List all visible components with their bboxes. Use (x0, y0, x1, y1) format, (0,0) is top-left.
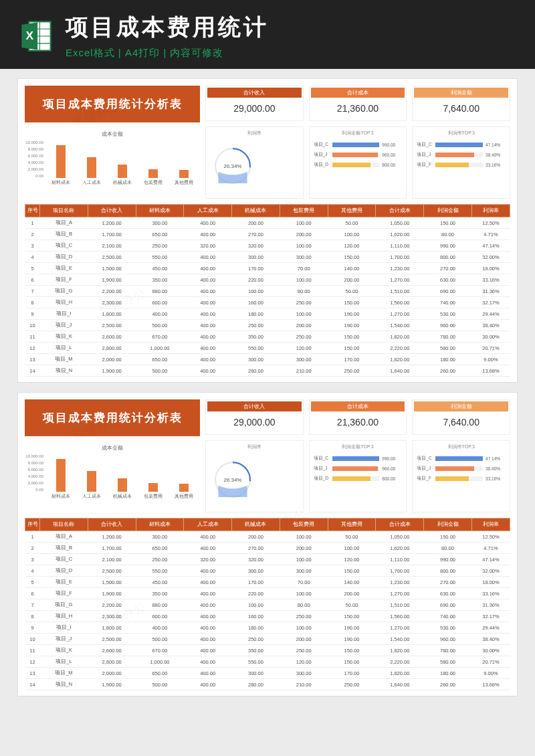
top-profit-box: 利润金额TOP.3 项目_C 990.00 项目_J 960.00 项目_D 8… (309, 440, 407, 512)
table-row: 13项目_M2,000.00650.00400.00300.00300.0017… (25, 668, 510, 679)
rank-row: 项目_D 800.00 (314, 476, 403, 482)
table-row: 3项目_C2,100.00250.00320.00320.00100.00120… (25, 554, 510, 565)
kpi-card: 利润金额 7,640.00 (412, 399, 510, 435)
rank-row: 项目_C 47.14% (417, 456, 506, 462)
top-profit-box: 利润金额TOP.3 项目_C 990.00 项目_J 960.00 项目_D 8… (309, 126, 407, 199)
bar-item: 机械成本 (112, 478, 133, 500)
page-subtitle: Excel格式 | A4打印 | 内容可修改 (66, 47, 516, 60)
table-row: 10项目_J2,500.00500.00400.00250.00200.0019… (25, 320, 510, 331)
table-row: 8项目_H2,300.00600.00400.00160.00250.00150… (25, 611, 510, 622)
top-rate-box: 利润率TOP.3 项目_C 47.14% 项目_J 38.40% 项目_F 33… (412, 440, 510, 512)
table-row: 5项目_E1,500.00450.00400.00170.0070.00140.… (25, 577, 510, 588)
kpi-card: 合计成本 21,360.00 (309, 399, 407, 435)
bars: 材料成本 人工成本 机械成本 包装费用 其他费用 (50, 149, 195, 186)
top-rate-box: 利润率TOP.3 项目_C 47.14% 项目_J 38.40% 项目_F 33… (412, 126, 510, 199)
table-row: 9项目_I1,800.00400.00400.00180.00100.00190… (25, 622, 510, 634)
cost-bar-chart: 成本金额 10,000.008,000.006,000.004,000.002,… (25, 442, 200, 502)
bar-item: 人工成本 (81, 157, 102, 186)
table-row: 9项目_I1,800.00400.00400.00180.00100.00190… (25, 308, 510, 320)
header-row: 序号项目名称合计收入材料成本人工成本机械成本包装费用其他费用合计成本利润金额利润… (25, 205, 510, 217)
rank-row: 项目_J 960.00 (314, 152, 403, 158)
top-rate-bars: 项目_C 47.14% 项目_J 38.40% 项目_F 33.16% (415, 139, 507, 171)
rank-row: 项目_C 47.14% (417, 142, 506, 148)
rank-row: 项目_C 990.00 (314, 142, 403, 148)
bar-item: 人工成本 (81, 471, 102, 500)
rank-row: 项目_J 960.00 (314, 466, 403, 472)
table-row: 7项目_G2,200.00880.00400.00100.0080.0050.0… (25, 286, 510, 297)
kpi-card: 合计收入 29,000.00 (205, 86, 304, 121)
bar-item: 包装费用 (142, 169, 164, 186)
excel-icon: X (19, 19, 54, 54)
rank-row: 项目_F 33.16% (417, 162, 506, 168)
bar-item: 材料成本 (50, 145, 72, 186)
page-title: 项目成本费用统计 (66, 12, 516, 43)
svg-text:26.34%: 26.34% (224, 163, 242, 169)
sheet-copy-2: 项目成本费用统计分析表 成本金额 10,000.008,000.006,000.… (17, 392, 518, 696)
table-row: 4项目_D2,500.00550.00400.00300.00300.00150… (25, 252, 510, 263)
bar-item: 其他费用 (173, 484, 195, 500)
table-row: 14项目_N1,900.00500.00400.00280.00210.0025… (25, 679, 510, 690)
table-row: 14项目_N1,900.00500.00400.00280.00210.0025… (25, 365, 510, 377)
table-row: 11项目_K2,600.00670.00400.00350.00250.0015… (25, 331, 510, 343)
data-table: 序号项目名称合计收入材料成本人工成本机械成本包装费用其他费用合计成本利润金额利润… (25, 204, 510, 377)
table-row: 2项目_B1,700.00650.00400.00270.00200.00100… (25, 229, 510, 240)
top-rate-bars: 项目_C 47.14% 项目_J 38.40% 项目_F 33.16% (415, 453, 507, 484)
table-row: 6项目_F1,900.00350.00400.00220.00100.00200… (25, 588, 510, 599)
kpi-card: 合计收入 29,000.00 (205, 399, 304, 435)
bar-item: 其他费用 (173, 170, 195, 186)
kpi-row: 合计收入 29,000.00 合计成本 21,360.00 利润金额 7,640… (205, 86, 510, 121)
page-header: X 项目成本费用统计 Excel格式 | A4打印 | 内容可修改 (0, 0, 535, 69)
table-row: 12项目_L2,800.001,000.00400.00550.00120.00… (25, 656, 510, 668)
data-table: 序号项目名称合计收入材料成本人工成本机械成本包装费用其他费用合计成本利润金额利润… (25, 518, 510, 690)
kpi-card: 利润金额 7,640.00 (412, 86, 510, 121)
sheet-stack: 项目成本费用统计分析表 成本金额 10,000.008,000.006,000.… (0, 69, 535, 706)
table-row: 6项目_F1,900.00350.00400.00220.00100.00200… (25, 274, 510, 286)
rank-row: 项目_J 38.40% (417, 152, 506, 158)
kpi-row: 合计收入 29,000.00 合计成本 21,360.00 利润金额 7,640… (205, 399, 510, 435)
bar-item: 包装费用 (142, 483, 164, 500)
rank-row: 项目_C 990.00 (314, 456, 403, 462)
bar-item: 材料成本 (50, 459, 72, 500)
table-row: 13项目_M2,000.00650.00400.00300.00300.0017… (25, 354, 510, 365)
sheet-title: 项目成本费用统计分析表 (25, 399, 200, 436)
header-row: 序号项目名称合计收入材料成本人工成本机械成本包装费用其他费用合计成本利润金额利润… (25, 518, 510, 531)
cost-bar-chart: 成本金额 10,000.008,000.006,000.004,000.002,… (25, 128, 200, 189)
bar-item: 机械成本 (112, 165, 133, 186)
table-row: 3项目_C2,100.00250.00320.00320.00100.00120… (25, 240, 510, 252)
rank-row: 项目_D 800.00 (314, 162, 403, 168)
y-ticks: 10,000.008,000.006,000.004,000.002,000.0… (23, 140, 43, 178)
kpi-card: 合计成本 21,360.00 (309, 86, 407, 121)
donut-box: 利润率 26.34% (205, 440, 304, 512)
table-row: 2项目_B1,700.00650.00400.00270.00200.00100… (25, 543, 510, 554)
rank-row: 项目_J 38.40% (417, 466, 506, 472)
table-row: 1项目_A1,200.00300.00400.00200.00100.0050.… (25, 531, 510, 543)
table-row: 4项目_D2,500.00550.00400.00300.00300.00150… (25, 565, 510, 577)
table-row: 11项目_K2,600.00670.00400.00350.00250.0015… (25, 645, 510, 656)
top-profit-bars: 项目_C 990.00 项目_J 960.00 项目_D 800.00 (312, 453, 404, 484)
sheet-title: 项目成本费用统计分析表 (25, 86, 200, 122)
table-row: 1项目_A1,200.00300.00400.00200.00100.0050.… (25, 217, 510, 229)
table-row: 10项目_J2,500.00500.00400.00250.00200.0019… (25, 634, 510, 645)
donut-box: 利润率 26.34% (205, 126, 304, 199)
rank-row: 项目_F 33.16% (417, 476, 506, 482)
table-row: 12项目_L2,800.001,000.00400.00550.00120.00… (25, 343, 510, 354)
table-row: 8项目_H2,300.00600.00400.00160.00250.00150… (25, 297, 510, 308)
donut-chart: 26.34% (209, 456, 257, 504)
table-row: 7项目_G2,200.00880.00400.00100.0080.0050.0… (25, 599, 510, 611)
top-profit-bars: 项目_C 990.00 项目_J 960.00 项目_D 800.00 (312, 139, 404, 171)
bars: 材料成本 人工成本 机械成本 包装费用 其他费用 (50, 462, 195, 500)
table-row: 5项目_E1,500.00450.00400.00170.0070.00140.… (25, 263, 510, 274)
svg-text:X: X (25, 29, 33, 42)
y-ticks: 10,000.008,000.006,000.004,000.002,000.0… (23, 454, 43, 492)
donut-chart: 26.34% (209, 142, 257, 190)
sheet-copy-1: 项目成本费用统计分析表 成本金额 10,000.008,000.006,000.… (17, 78, 518, 383)
svg-text:26.34%: 26.34% (224, 477, 242, 483)
